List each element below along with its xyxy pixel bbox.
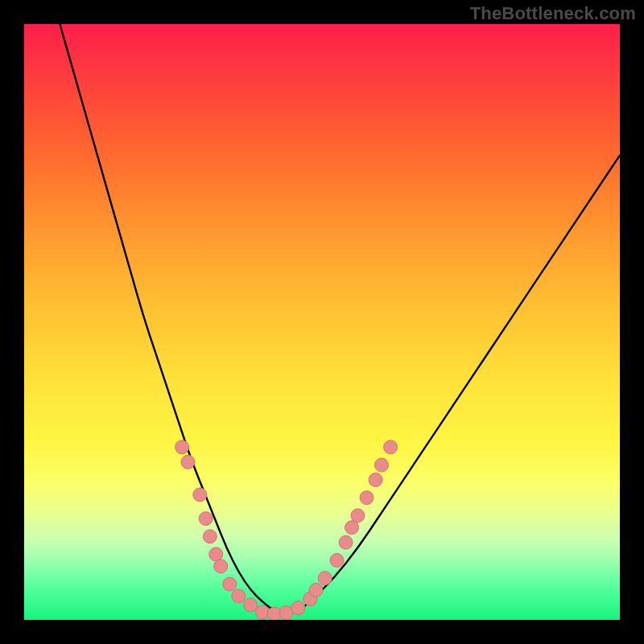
watermark-text: TheBottleneck.com: [470, 3, 636, 24]
plot-area: [24, 24, 620, 620]
data-marker: [384, 440, 398, 454]
data-marker: [351, 509, 365, 522]
frame-right: [620, 0, 644, 644]
data-marker: [214, 559, 228, 573]
data-marker: [203, 530, 217, 543]
data-marker: [181, 455, 195, 469]
data-marker: [256, 605, 270, 619]
data-marker: [175, 440, 189, 454]
data-marker: [375, 458, 389, 472]
data-marker: [223, 577, 237, 591]
data-marker: [369, 473, 382, 487]
data-marker: [232, 589, 246, 603]
frame-bottom: [0, 620, 644, 644]
data-marker: [199, 512, 213, 526]
chart-svg: [24, 24, 620, 620]
bottleneck-curve: [60, 24, 620, 613]
data-marker: [318, 572, 332, 585]
data-marker: [291, 601, 305, 615]
data-marker: [360, 491, 374, 505]
data-marker: [309, 584, 323, 597]
data-marker: [193, 488, 207, 502]
data-marker: [244, 598, 258, 612]
data-marker: [330, 554, 344, 568]
data-markers: [175, 440, 398, 620]
chart-container: TheBottleneck.com: [0, 0, 644, 644]
data-marker: [339, 535, 353, 549]
